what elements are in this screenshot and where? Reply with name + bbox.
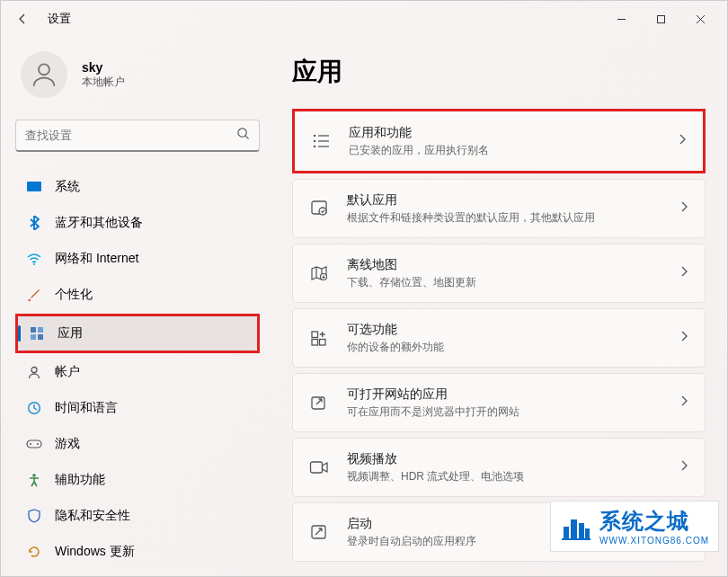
nav-label: Windows 更新	[55, 544, 135, 560]
svg-line-4	[245, 136, 248, 138]
gamepad-icon	[26, 436, 42, 452]
card-desc: 可在应用而不是浏览器中打开的网站	[347, 404, 679, 420]
nav-label: 帐户	[55, 364, 80, 380]
nav-item-update[interactable]: Windows 更新	[15, 535, 260, 569]
svg-rect-35	[585, 528, 590, 539]
nav-item-apps[interactable]: 应用	[18, 316, 257, 351]
chevron-right-icon	[679, 330, 688, 346]
bluetooth-icon	[26, 215, 42, 231]
back-button[interactable]	[8, 4, 37, 33]
maximize-button[interactable]	[641, 4, 680, 33]
page-title: 应用	[292, 55, 706, 89]
svg-point-2	[39, 64, 49, 75]
card-default-apps[interactable]: 默认应用 根据文件和链接种类设置的默认应用，其他默认应用	[292, 179, 706, 238]
svg-rect-30	[311, 462, 323, 473]
wifi-icon	[26, 251, 42, 267]
nav-item-personalization[interactable]: 个性化	[15, 278, 260, 312]
svg-rect-34	[579, 523, 584, 539]
chevron-right-icon	[678, 133, 687, 149]
settings-window: 设置 sky 本地帐户	[0, 0, 728, 577]
svg-rect-32	[564, 527, 569, 539]
user-subtitle: 本地帐户	[82, 75, 125, 90]
svg-point-19	[314, 140, 315, 142]
video-icon	[309, 457, 329, 477]
accessibility-icon	[26, 472, 42, 488]
nav-label: 个性化	[55, 287, 93, 303]
nav-item-time[interactable]: 时间和语言	[15, 391, 260, 425]
svg-rect-33	[571, 519, 577, 539]
nav-list: 系统 蓝牙和其他设备 网络和 Internet 个性化 应	[15, 170, 260, 569]
svg-point-11	[31, 368, 37, 373]
optional-icon	[309, 328, 329, 348]
nav-label: 游戏	[55, 436, 80, 452]
svg-rect-10	[38, 334, 43, 340]
nav-label: 隐私和安全性	[55, 508, 130, 524]
nav-label: 蓝牙和其他设备	[55, 215, 143, 231]
clock-icon	[26, 400, 42, 416]
window-title: 设置	[48, 11, 71, 27]
watermark-logo: 系统之城 WWW.XITONG86.COM	[550, 501, 719, 552]
svg-point-24	[319, 208, 326, 215]
close-button[interactable]	[680, 4, 720, 33]
nav-label: 辅助功能	[55, 472, 105, 488]
svg-rect-26	[312, 332, 318, 338]
avatar	[21, 51, 67, 98]
svg-rect-9	[31, 334, 36, 340]
chevron-right-icon	[679, 265, 688, 281]
nav-label: 网络和 Internet	[55, 251, 138, 267]
nav-item-bluetooth[interactable]: 蓝牙和其他设备	[15, 206, 260, 240]
search-icon	[236, 127, 250, 144]
nav-item-gaming[interactable]: 游戏	[15, 427, 260, 461]
shield-icon	[26, 508, 42, 524]
svg-rect-7	[31, 327, 36, 333]
card-desc: 下载、存储位置、地图更新	[347, 275, 679, 290]
sidebar: sky 本地帐户 系统 蓝牙和其他设备 网络和 I	[1, 37, 271, 576]
nav-item-network[interactable]: 网络和 Internet	[15, 242, 260, 276]
nav-item-accessibility[interactable]: 辅助功能	[15, 463, 260, 497]
nav-label: 时间和语言	[55, 400, 118, 416]
svg-point-15	[37, 443, 39, 445]
card-title: 离线地图	[347, 257, 679, 273]
svg-point-6	[33, 263, 35, 265]
nav-label: 系统	[55, 179, 80, 195]
apps-icon	[29, 325, 45, 342]
card-title: 可选功能	[347, 322, 679, 338]
svg-point-3	[238, 129, 246, 137]
open-link-icon	[309, 393, 329, 413]
card-websites[interactable]: 可打开网站的应用 可在应用而不是浏览器中打开的网站	[292, 373, 706, 432]
chevron-right-icon	[679, 200, 688, 217]
brush-icon	[26, 287, 42, 303]
nav-label: 应用	[58, 325, 83, 342]
svg-rect-1	[657, 15, 664, 22]
default-apps-icon	[309, 199, 329, 218]
chevron-right-icon	[679, 395, 688, 411]
card-title: 应用和功能	[349, 125, 678, 141]
svg-point-17	[314, 135, 315, 137]
svg-rect-28	[320, 340, 326, 346]
main-content: 应用 应用和功能 已安装的应用，应用执行别名 默认应用 根据文件和链接种类设置的…	[271, 37, 727, 576]
startup-icon	[309, 522, 329, 542]
monitor-icon	[26, 179, 42, 195]
titlebar: 设置	[1, 1, 727, 37]
search-input[interactable]	[25, 129, 236, 142]
nav-item-privacy[interactable]: 隐私和安全性	[15, 499, 260, 533]
watermark-text: 系统之城	[599, 509, 689, 533]
card-optional-features[interactable]: 可选功能 你的设备的额外功能	[292, 308, 706, 368]
card-offline-maps[interactable]: 离线地图 下载、存储位置、地图更新	[292, 244, 706, 303]
user-profile[interactable]: sky 本地帐户	[15, 51, 260, 98]
minimize-button[interactable]	[601, 4, 641, 33]
card-title: 视频播放	[347, 451, 679, 467]
user-name: sky	[82, 60, 125, 75]
svg-rect-13	[27, 440, 41, 448]
watermark-url: WWW.XITONG86.COM	[599, 536, 709, 546]
svg-rect-36	[562, 538, 590, 540]
svg-rect-5	[27, 182, 41, 191]
nav-item-accounts[interactable]: 帐户	[15, 355, 260, 389]
card-video[interactable]: 视频播放 视频调整、HDR 流式处理、电池选项	[292, 438, 706, 497]
card-title: 默认应用	[347, 192, 679, 209]
nav-item-system[interactable]: 系统	[15, 170, 260, 204]
search-box[interactable]	[15, 120, 260, 152]
svg-point-16	[32, 474, 36, 477]
card-apps-features[interactable]: 应用和功能 已安装的应用，应用执行别名	[295, 111, 703, 171]
list-icon	[311, 131, 331, 151]
